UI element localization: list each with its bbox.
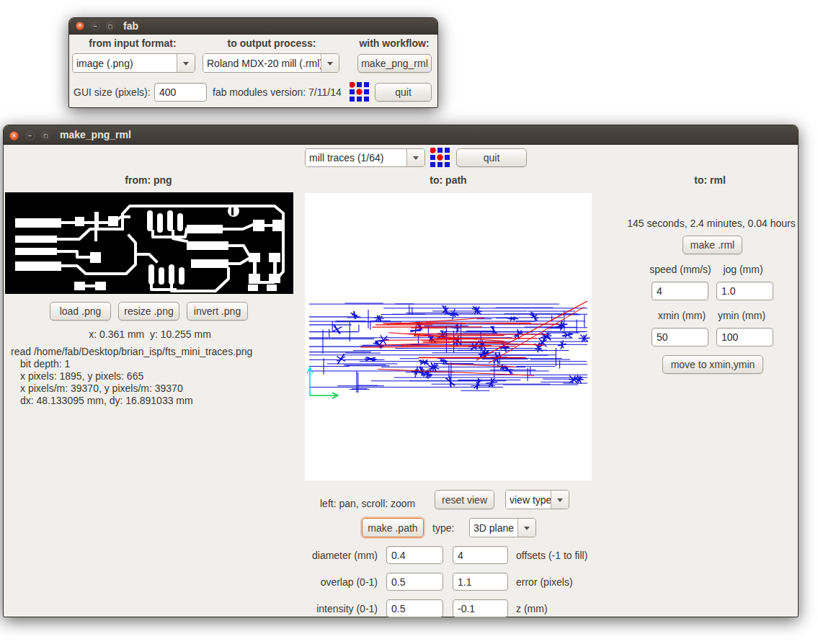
xmin-label: xmin (mm) (658, 310, 706, 321)
resize-png-button[interactable]: resize .png (118, 302, 179, 321)
to-path-header: to: path (430, 174, 466, 186)
maximize-button[interactable]: ▢ (41, 131, 50, 140)
minimize-icon: – (28, 133, 32, 139)
window-title: make_png_rml (60, 129, 131, 140)
close-icon: ✕ (78, 23, 83, 29)
path-type-select[interactable]: 3D plane (469, 518, 536, 537)
xmin-input[interactable] (652, 328, 708, 346)
intensity-input[interactable] (386, 599, 443, 617)
header-workflow: with workflow: (359, 37, 429, 49)
offsets-label: offsets (-1 to fill) (516, 550, 587, 561)
toolpath-canvas[interactable] (305, 193, 592, 480)
error-label: error (pixels) (516, 576, 573, 588)
speed-input[interactable] (652, 282, 708, 300)
header-input-format: from input format: (89, 37, 176, 49)
quit-button[interactable]: quit (375, 83, 432, 102)
png-preview[interactable] (5, 192, 293, 294)
gui-size-label: GUI size (pixels): (74, 86, 151, 98)
process-select[interactable]: mill traces (1/64) (305, 148, 425, 167)
maximize-icon: ▢ (108, 24, 113, 29)
chevron-down-icon (517, 519, 535, 537)
ymin-input[interactable] (716, 328, 773, 346)
make-png-rml-button[interactable]: make_png_rml (357, 54, 432, 73)
pan-zoom-hint: left: pan, scroll: zoom (320, 498, 415, 509)
fab-window-titlebar[interactable]: ✕ – ▢ fab (69, 18, 437, 35)
header-output-process: to output process: (228, 37, 316, 49)
fab-logo-icon (350, 82, 369, 102)
input-format-select[interactable]: image (.png) (72, 53, 195, 73)
invert-png-button[interactable]: invert .png (187, 302, 248, 321)
make-rml-button[interactable]: make .rml (683, 236, 742, 254)
diameter-label: diameter (mm) (305, 550, 378, 561)
info-line: x pixels/m: 39370, y pixels/m: 39370 (11, 383, 252, 395)
version-text: fab modules version: 7/11/14 (213, 86, 342, 98)
reset-view-button[interactable]: reset view (435, 490, 494, 509)
minimize-icon: – (93, 23, 97, 30)
gui-size-input[interactable] (154, 83, 207, 102)
z-label: z (mm) (516, 603, 548, 614)
maximize-icon: ▢ (43, 133, 48, 138)
minimize-button[interactable]: – (91, 22, 99, 30)
png-info-block: read /home/fab/Desktop/brian_isp/fts_min… (11, 346, 252, 407)
cursor-coords-text: x: 0.361 mm y: 10.255 mm (89, 328, 211, 340)
speed-label: speed (mm/s) (649, 264, 711, 275)
info-line: dx: 48.133095 mm, dy: 16.891033 mm (11, 395, 252, 407)
error-input[interactable] (453, 573, 508, 591)
close-icon: ✕ (12, 133, 17, 139)
quit-button[interactable]: quit (456, 148, 527, 167)
fab-window: ✕ – ▢ fab from input format: to output p… (68, 17, 438, 108)
info-line: read /home/fab/Desktop/brian_isp/fts_min… (11, 346, 252, 358)
close-button[interactable]: ✕ (9, 131, 19, 140)
close-button[interactable]: ✕ (76, 22, 84, 30)
info-line: bit depth: 1 (11, 358, 252, 370)
maximize-button[interactable]: ▢ (106, 22, 115, 30)
move-to-xmin-ymin-button[interactable]: move to xmin,ymin (662, 355, 763, 374)
type-label: type: (432, 522, 454, 534)
z-input[interactable] (453, 599, 508, 617)
offsets-input[interactable] (453, 546, 508, 564)
intensity-label: intensity (0-1) (305, 603, 378, 614)
output-process-select[interactable]: Roland MDX-20 mill (.rml) (203, 53, 339, 73)
diameter-input[interactable] (386, 546, 443, 564)
view-type-select[interactable]: view type (505, 490, 569, 509)
make-path-button[interactable]: make .path (362, 518, 424, 537)
desktop-wallpaper: ✕ – ▢ fab from input format: to output p… (0, 0, 818, 644)
fab-logo-icon (430, 148, 450, 167)
from-png-header: from: png (125, 174, 172, 186)
main-window-titlebar[interactable]: ✕ – ▢ make_png_rml (4, 125, 798, 145)
to-rml-header: to: rml (694, 174, 726, 186)
ymin-label: ymin (mm) (718, 310, 765, 321)
info-line: x pixels: 1895, y pixels: 665 (11, 370, 252, 383)
overlap-label: overlap (0-1) (305, 576, 378, 588)
toolpath-svg (305, 193, 592, 480)
window-title: fab (123, 20, 138, 32)
chevron-down-icon (406, 149, 424, 166)
overlap-input[interactable] (386, 573, 443, 591)
load-png-button[interactable]: load .png (50, 302, 111, 321)
chevron-down-icon (321, 54, 339, 72)
minimize-button[interactable]: – (25, 131, 35, 140)
jog-input[interactable] (716, 282, 773, 300)
chevron-down-icon (551, 491, 569, 509)
pcb-traces-image (5, 192, 293, 294)
jog-label: jog (mm) (723, 264, 763, 275)
estimated-time-text: 145 seconds, 2.4 minutes, 0.04 hours (627, 218, 795, 229)
chevron-down-icon (177, 54, 195, 72)
make-png-rml-window: ✕ – ▢ make_png_rml mill traces (1/64) qu… (3, 125, 799, 617)
